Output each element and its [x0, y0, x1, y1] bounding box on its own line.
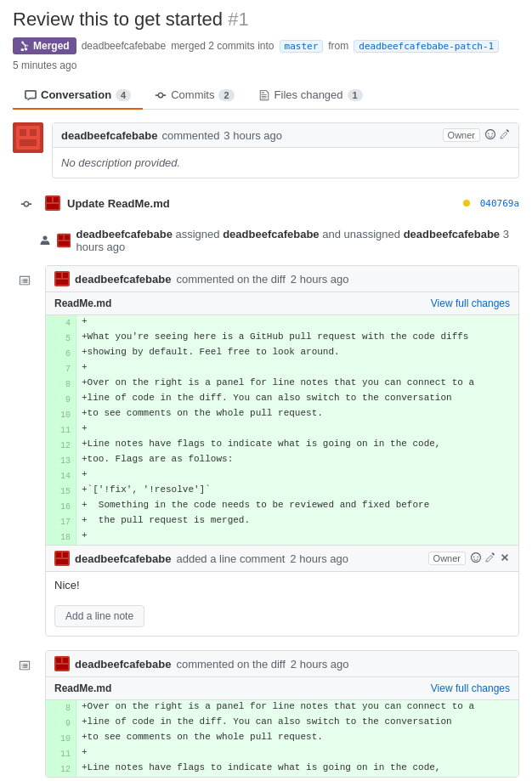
comment-author-1: deadbeefcafebabe	[61, 129, 157, 142]
tab-conversation[interactable]: Conversation 4	[13, 82, 143, 110]
add-line-note-button[interactable]: Add a line note	[54, 605, 144, 627]
merged-badge: Merged	[13, 37, 76, 54]
diff-line: 4+	[46, 315, 518, 331]
svg-rect-14	[56, 273, 61, 278]
svg-rect-19	[63, 552, 68, 557]
diff-comment-block-1: deadbeefcafebabe commented on the diff 2…	[13, 265, 519, 637]
diff-comment-main-1: deadbeefcafebabe commented on the diff 2…	[45, 265, 519, 637]
diff-line: 13+too. Flags are as follows:	[46, 453, 518, 468]
line-comment-action: added a line comment	[176, 552, 285, 565]
line-content: +to see comments on the whole pull reque…	[76, 731, 518, 746]
diff-event-icon-2	[13, 654, 37, 677]
svg-rect-7	[54, 197, 59, 202]
line-num: 8	[46, 700, 76, 716]
file-header-1: ReadMe.md View full changes	[46, 292, 518, 315]
diff-line: 16+ Something in the code needs to be re…	[46, 499, 518, 514]
diff-line: 9+line of code in the diff. You can also…	[46, 716, 518, 731]
svg-rect-23	[63, 658, 68, 663]
commit-message: Update ReadMe.md	[67, 197, 170, 210]
comment-body-1: No description provided.	[53, 148, 518, 178]
line-num: 17	[46, 514, 76, 529]
view-full-changes-2[interactable]: View full changes	[431, 682, 510, 694]
diff-line: 8+Over on the right is a panel for line …	[46, 376, 518, 392]
diff-line: 7+	[46, 361, 518, 376]
line-num: 11	[46, 746, 76, 761]
commit-status-dot	[463, 200, 470, 207]
line-num: 12	[46, 761, 76, 777]
line-content: +	[76, 468, 518, 484]
tab-commits[interactable]: Commits 2	[143, 82, 246, 110]
tab-commits-count: 2	[218, 89, 234, 101]
line-close-icon[interactable]	[500, 552, 510, 565]
line-comment-box: deadbeefcafebabe added a line comment 2 …	[46, 545, 518, 636]
view-full-changes-1[interactable]: View full changes	[431, 297, 510, 309]
svg-rect-2	[20, 129, 26, 136]
line-num: 9	[46, 716, 76, 731]
line-content: +	[76, 361, 518, 376]
commit-avatar	[45, 195, 60, 211]
timeline: deadbeefcafebabe commented 3 hours ago O…	[13, 122, 519, 778]
avatar-1	[13, 122, 43, 153]
assign-unassigned: deadbeefcafebabe	[404, 228, 500, 241]
diff-line: 10+to see comments on the whole pull req…	[46, 407, 518, 422]
smiley-icon[interactable]	[485, 129, 495, 142]
line-content: +What you're seeing here is a GitHub pul…	[76, 331, 518, 346]
line-edit-icon[interactable]	[485, 552, 495, 565]
pr-number: #1	[228, 8, 248, 30]
line-num: 5	[46, 331, 76, 346]
diff-comment-action-1: commented on the diff	[176, 273, 285, 286]
diff-icon-1	[19, 274, 31, 286]
comment-body-text-1: No description provided.	[61, 156, 180, 169]
line-content: + Something in the code needs to be revi…	[76, 499, 518, 514]
file-name-1: ReadMe.md	[54, 297, 111, 309]
line-comment-body: Nice!	[46, 572, 518, 598]
svg-rect-8	[47, 204, 59, 209]
commit-icon	[20, 198, 32, 210]
head-branch[interactable]: deadbeefcafebabe-patch-1	[354, 40, 499, 53]
line-num: 13	[46, 453, 76, 468]
diff-comment-header-1: deadbeefcafebabe commented on the diff 2…	[46, 266, 518, 292]
line-content: +`['!fix', '!resolve']`	[76, 484, 518, 499]
line-owner-badge: Owner	[428, 552, 466, 565]
svg-rect-10	[59, 235, 63, 240]
tab-files-count: 1	[348, 89, 363, 101]
assign-assignee: deadbeefcafebabe	[223, 228, 319, 241]
diff-line: 12+Line notes have flags to indicate wha…	[46, 438, 518, 453]
owner-badge-1: Owner	[443, 128, 480, 142]
diff-line: 8+Over on the right is a panel for line …	[46, 700, 518, 716]
assign-event: deadbeefcafebabe assigned deadbeefcafeba…	[13, 228, 519, 253]
line-content: +Line notes have flags to indicate what …	[76, 761, 518, 777]
tab-commits-label: Commits	[171, 88, 214, 101]
line-comment-author: deadbeefcafebabe	[75, 552, 171, 565]
page-title: Review this to get started #1	[13, 8, 519, 31]
diff-comment-action-2: commented on the diff	[176, 658, 285, 671]
commit-event: Update ReadMe.md 040769a	[13, 192, 519, 216]
line-content: +Over on the right is a panel for line n…	[76, 700, 518, 716]
diff-line: 18+	[46, 529, 518, 545]
code-diff-1: 4+ 5+What you're seeing here is a GitHub…	[46, 315, 518, 545]
line-content: +	[76, 746, 518, 761]
comment-action-1: commented	[161, 129, 219, 142]
assign-avatar	[57, 233, 71, 248]
diff-comment-time-1: 2 hours ago	[291, 273, 349, 286]
svg-rect-3	[30, 129, 37, 136]
tab-files-changed[interactable]: Files changed 1	[246, 82, 375, 110]
diff-line: 6+showing by default. Feel free to look …	[46, 346, 518, 361]
svg-rect-15	[63, 273, 68, 278]
diff-comment-time-2: 2 hours ago	[291, 658, 349, 671]
line-comment-avatar	[54, 551, 70, 566]
line-num: 10	[46, 407, 76, 422]
line-content: +to see comments on the whole pull reque…	[76, 407, 518, 422]
svg-rect-6	[47, 197, 52, 202]
tab-conversation-count: 4	[116, 89, 131, 101]
edit-icon[interactable]	[500, 129, 510, 142]
diff-line: 11+	[46, 746, 518, 761]
line-smiley-icon[interactable]	[471, 552, 481, 565]
line-content: +	[76, 422, 518, 438]
diff-icon-2	[19, 659, 31, 671]
svg-rect-4	[20, 139, 37, 146]
commit-sha[interactable]: 040769a	[480, 198, 519, 209]
merged-label: Merged	[33, 40, 70, 52]
base-branch[interactable]: master	[280, 40, 324, 53]
files-icon	[258, 89, 270, 101]
